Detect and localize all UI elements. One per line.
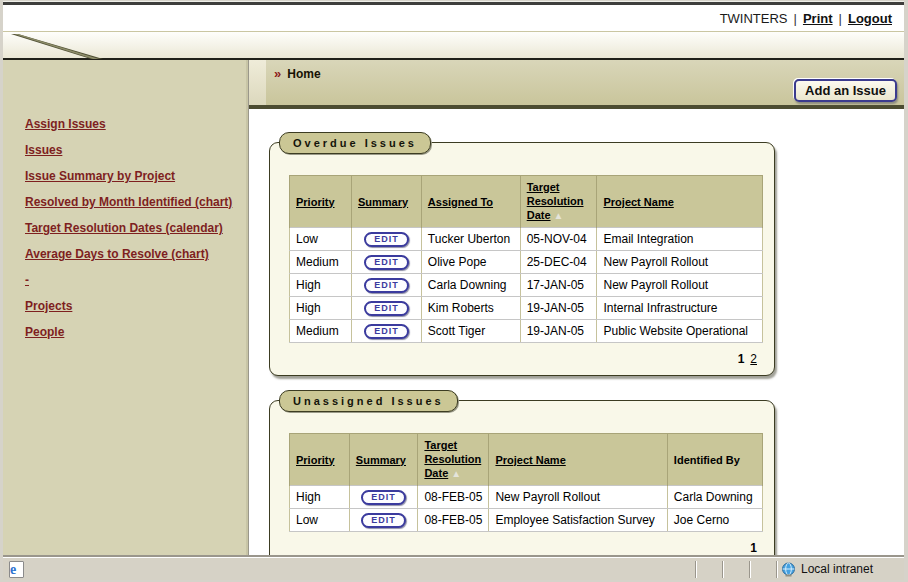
pagination-current-page: 1: [750, 541, 757, 555]
table-cell: Public Website Operational: [597, 320, 763, 343]
separator: |: [839, 11, 842, 26]
table-cell: Low: [290, 228, 352, 251]
sidebar-item-projects[interactable]: Projects: [25, 300, 238, 313]
sidebar-navigation: Assign IssuesIssuesIssue Summary by Proj…: [3, 60, 249, 557]
table-cell: Medium: [290, 251, 352, 274]
unassigned-pagination: 1: [289, 541, 763, 555]
table-cell: Internal Infrastructure: [597, 297, 763, 320]
logout-link[interactable]: Logout: [848, 11, 892, 26]
table-row: HighEDIT08-FEB-05New Payroll RolloutCarl…: [290, 486, 763, 509]
separator: |: [794, 11, 797, 26]
breadcrumb-chevron-icon: »: [274, 66, 281, 81]
table-cell: EDIT: [351, 228, 421, 251]
edit-button[interactable]: EDIT: [364, 232, 409, 247]
column-header-label[interactable]: Project Name: [603, 196, 673, 208]
edit-button[interactable]: EDIT: [364, 301, 409, 316]
page-body: Overdue Issues PrioritySummaryAssigned T…: [249, 109, 904, 557]
print-link[interactable]: Print: [803, 11, 833, 26]
table-cell: 08-FEB-05: [418, 509, 489, 532]
sidebar-item-target-resolution-dates-calendar[interactable]: Target Resolution Dates (calendar): [25, 222, 238, 235]
column-header[interactable]: Summary: [349, 434, 418, 486]
table-cell: Carla Downing: [667, 486, 762, 509]
column-header[interactable]: Project Name: [489, 434, 667, 486]
utility-bar: TWINTERS | Print | Logout: [3, 5, 904, 31]
edit-button[interactable]: EDIT: [361, 513, 406, 528]
table-row: LowEDITTucker Uberton05-NOV-04Email Inte…: [290, 228, 763, 251]
table-cell: Scott Tiger: [421, 320, 520, 343]
table-cell: New Payroll Rollout: [489, 486, 667, 509]
sidebar-item-issue-summary-by-project[interactable]: Issue Summary by Project: [25, 170, 238, 183]
column-header-label[interactable]: Summary: [358, 196, 408, 208]
pagination-current-page: 1: [738, 352, 745, 366]
column-header-label[interactable]: Priority: [296, 196, 335, 208]
column-header[interactable]: Priority: [290, 434, 350, 486]
table-cell: 08-FEB-05: [418, 486, 489, 509]
breadcrumb-home[interactable]: Home: [287, 67, 320, 81]
column-header-label: Identified By: [674, 454, 740, 466]
unassigned-issues-panel: Unassigned Issues PrioritySummaryTarget …: [269, 400, 775, 557]
swoosh-logo-icon: [7, 34, 117, 59]
table-cell: Olive Pope: [421, 251, 520, 274]
column-header-label[interactable]: Assigned To: [428, 196, 493, 208]
table-cell: Employee Satisfaction Survey: [489, 509, 667, 532]
sidebar-item-assign-issues[interactable]: Assign Issues: [25, 118, 238, 131]
column-header[interactable]: Assigned To: [421, 176, 520, 228]
sidebar-item-issues[interactable]: Issues: [25, 144, 238, 157]
ie-document-icon: e: [9, 561, 24, 578]
sidebar-item-people[interactable]: People: [25, 326, 238, 339]
table-cell: EDIT: [351, 274, 421, 297]
sort-ascending-icon: ▲: [554, 209, 564, 223]
status-pane-main: e: [3, 560, 695, 579]
pagination-page-link[interactable]: 2: [750, 352, 757, 366]
column-header[interactable]: Summary: [351, 176, 421, 228]
table-cell: Email Integration: [597, 228, 763, 251]
column-header-label[interactable]: Priority: [296, 454, 335, 466]
column-header-label[interactable]: Summary: [356, 454, 406, 466]
table-cell: EDIT: [349, 486, 418, 509]
overdue-issues-panel: Overdue Issues PrioritySummaryAssigned T…: [269, 142, 775, 376]
table-row: LowEDIT08-FEB-05Employee Satisfaction Su…: [290, 509, 763, 532]
add-an-issue-button[interactable]: Add an Issue: [794, 79, 897, 102]
column-header[interactable]: Target Resolution Date▲: [520, 176, 597, 228]
unassigned-issues-table: PrioritySummaryTarget Resolution Date▲Pr…: [289, 433, 763, 532]
table-cell: New Payroll Rollout: [597, 274, 763, 297]
breadcrumb-band-strip: [249, 60, 266, 105]
column-header[interactable]: Target Resolution Date▲: [418, 434, 489, 486]
table-cell: New Payroll Rollout: [597, 251, 763, 274]
table-cell: EDIT: [349, 509, 418, 532]
edit-button[interactable]: EDIT: [364, 324, 409, 339]
status-zone-pane: Local intranet: [778, 560, 904, 579]
table-cell: Joe Cerno: [667, 509, 762, 532]
column-header[interactable]: Project Name: [597, 176, 763, 228]
status-pane-empty: [697, 560, 722, 579]
column-header: Identified By: [667, 434, 762, 486]
status-zone-label: Local intranet: [801, 562, 873, 576]
breadcrumb-band: »Home Add an Issue: [249, 60, 904, 105]
table-cell: EDIT: [351, 251, 421, 274]
local-intranet-globe-icon: [781, 562, 796, 577]
sidebar-item-average-days-to-resolve-chart[interactable]: Average Days to Resolve (chart): [25, 248, 238, 261]
table-cell: High: [290, 274, 352, 297]
table-row: HighEDITKim Roberts19-JAN-05Internal Inf…: [290, 297, 763, 320]
sidebar-item-resolved-by-month-identified-chart[interactable]: Resolved by Month Identified (chart): [25, 196, 238, 209]
edit-button[interactable]: EDIT: [364, 255, 409, 270]
breadcrumb[interactable]: »Home: [274, 66, 321, 81]
edit-button[interactable]: EDIT: [364, 278, 409, 293]
table-cell: High: [290, 297, 352, 320]
table-cell: Medium: [290, 320, 352, 343]
browser-window: TWINTERS | Print | Logout Assign IssuesI…: [0, 0, 908, 582]
table-cell: EDIT: [351, 320, 421, 343]
overdue-panel-title: Overdue Issues: [279, 132, 431, 154]
table-cell: Tucker Uberton: [421, 228, 520, 251]
username-label: TWINTERS: [720, 11, 788, 26]
column-header[interactable]: Priority: [290, 176, 352, 228]
sidebar-item-dash[interactable]: -: [25, 274, 238, 287]
main-region: »Home Add an Issue Overdue Issues Priori…: [249, 60, 904, 557]
column-header-label[interactable]: Project Name: [495, 454, 565, 466]
table-cell: Low: [290, 509, 350, 532]
overdue-pagination: 12: [289, 352, 763, 366]
table-cell: 19-JAN-05: [520, 320, 597, 343]
status-pane-empty: [751, 560, 776, 579]
edit-button[interactable]: EDIT: [361, 490, 406, 505]
table-cell: Kim Roberts: [421, 297, 520, 320]
